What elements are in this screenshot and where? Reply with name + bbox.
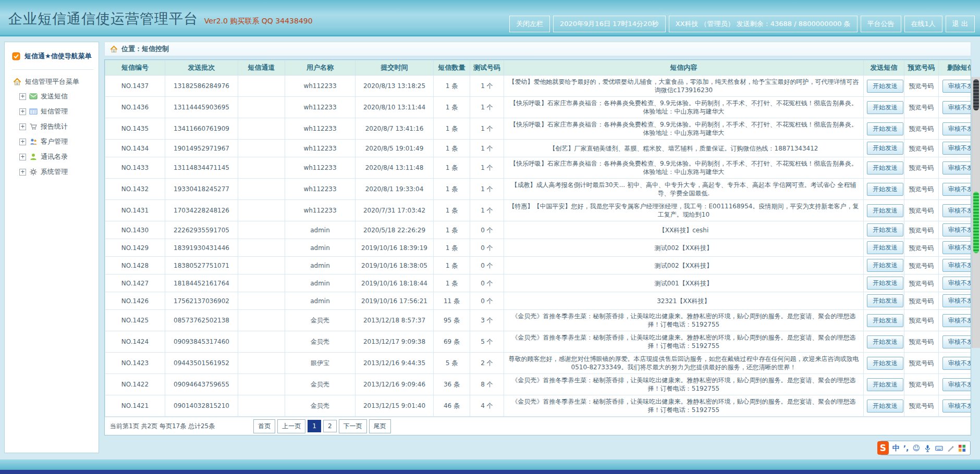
sidebar-item-customer-manage[interactable]: + 客户管理 — [19, 137, 99, 146]
start-send-button[interactable]: 开始发送 — [867, 277, 903, 290]
emoji-icon[interactable]: ☺ — [912, 441, 920, 455]
start-send-button[interactable]: 开始发送 — [867, 142, 903, 155]
sidebar-item-contacts[interactable]: + 通讯名录 — [19, 152, 99, 161]
logout-button[interactable]: 退 出 — [946, 16, 975, 32]
preview-numbers-link[interactable]: 预览号码 — [904, 310, 939, 331]
online-users-button[interactable]: 在线1人 — [904, 16, 942, 32]
scrollbar-thumb-dark[interactable] — [973, 79, 979, 110]
start-send-button[interactable]: 开始发送 — [867, 101, 903, 114]
preview-numbers-link[interactable]: 预览号码 — [904, 179, 939, 200]
preview-numbers-link[interactable]: 预览号码 — [904, 140, 939, 157]
cell-test-numbers[interactable]: 1 个 — [470, 179, 504, 200]
start-send-button[interactable]: 开始发送 — [867, 161, 903, 174]
start-send-button[interactable]: 开始发送 — [867, 122, 903, 135]
start-send-button[interactable]: 开始发送 — [867, 80, 903, 93]
reject-send-button[interactable]: 审核不发 — [942, 335, 971, 348]
next-page-button[interactable]: 下一页 — [339, 419, 367, 433]
reject-send-button[interactable]: 审核不发 — [942, 161, 971, 174]
platform-announcement-button[interactable]: 平台公告 — [861, 16, 901, 32]
vertical-scrollbar[interactable] — [972, 77, 980, 348]
cell-test-numbers[interactable]: 1 个 — [470, 76, 504, 97]
page-button-2[interactable]: 2 — [323, 420, 337, 432]
start-send-button[interactable]: 开始发送 — [867, 335, 903, 348]
last-page-button[interactable]: 尾页 — [369, 419, 391, 433]
preview-numbers-link[interactable]: 预览号码 — [904, 157, 939, 179]
reject-send-button[interactable]: 审核不发 — [942, 241, 971, 254]
preview-numbers-link[interactable]: 预览号码 — [904, 395, 939, 417]
preview-numbers-link[interactable]: 预览号码 — [904, 97, 939, 118]
preview-numbers-link[interactable]: 预览号码 — [904, 292, 939, 310]
cell-test-numbers[interactable]: 4 个 — [470, 395, 504, 417]
preview-numbers-link[interactable]: 预览号码 — [904, 118, 939, 140]
expand-plus-icon[interactable]: + — [19, 154, 26, 160]
preview-numbers-link[interactable]: 预览号码 — [904, 374, 939, 395]
prev-page-button[interactable]: 上一页 — [277, 419, 305, 433]
cell-test-numbers[interactable]: 1 个 — [470, 157, 504, 179]
cell-test-numbers[interactable]: 5 个 — [470, 331, 504, 353]
reject-send-button[interactable]: 审核不发 — [942, 142, 971, 155]
punctuation-icon[interactable]: ’, — [903, 441, 909, 455]
preview-numbers-link[interactable]: 预览号码 — [904, 239, 939, 257]
voice-icon[interactable] — [924, 444, 932, 452]
start-send-button[interactable]: 开始发送 — [867, 259, 903, 272]
reject-send-button[interactable]: 审核不发 — [942, 357, 971, 370]
expand-plus-icon[interactable]: + — [19, 169, 26, 176]
preview-numbers-link[interactable]: 预览号码 — [904, 275, 939, 292]
cell-test-numbers[interactable]: 2 个 — [470, 353, 504, 374]
reject-send-button[interactable]: 审核不发 — [942, 101, 971, 114]
chinese-mode-icon[interactable]: 中 — [892, 441, 900, 455]
cell-test-numbers[interactable]: 1 个 — [470, 140, 504, 157]
handwriting-icon[interactable] — [947, 444, 954, 452]
preview-numbers-link[interactable]: 预览号码 — [904, 353, 939, 374]
cell-test-numbers[interactable]: 8 个 — [470, 374, 504, 395]
preview-numbers-link[interactable]: 预览号码 — [904, 257, 939, 275]
start-send-button[interactable]: 开始发送 — [867, 183, 903, 196]
sidebar-item-send-sms[interactable]: + 发送短信 — [19, 92, 99, 101]
reject-send-button[interactable]: 审核不发 — [942, 294, 971, 307]
start-send-button[interactable]: 开始发送 — [867, 241, 903, 254]
preview-numbers-link[interactable]: 预览号码 — [904, 221, 939, 239]
start-send-button[interactable]: 开始发送 — [867, 204, 903, 217]
scrollbar-thumb-green[interactable] — [973, 192, 979, 253]
reject-send-button[interactable]: 审核不发 — [942, 378, 971, 391]
sogou-logo[interactable]: S — [877, 441, 889, 455]
reject-send-button[interactable]: 审核不发 — [942, 277, 971, 290]
reject-send-button[interactable]: 审核不发 — [942, 400, 971, 413]
start-send-button[interactable]: 开始发送 — [867, 223, 903, 236]
cell-test-numbers[interactable]: 0 个 — [470, 292, 504, 310]
preview-numbers-link[interactable]: 预览号码 — [904, 76, 939, 97]
reject-send-button[interactable]: 审核不发 — [942, 122, 971, 135]
page-button-1[interactable]: 1 — [308, 420, 321, 432]
first-page-button[interactable]: 首页 — [253, 419, 275, 433]
cell-test-numbers[interactable]: 1 个 — [470, 200, 504, 221]
toolbox-icon[interactable] — [958, 444, 966, 452]
start-send-button[interactable]: 开始发送 — [867, 357, 903, 370]
preview-numbers-link[interactable]: 预览号码 — [904, 331, 939, 353]
cell-test-numbers[interactable]: 0 个 — [470, 275, 504, 292]
cell-test-numbers[interactable]: 0 个 — [470, 239, 504, 257]
cell-test-numbers[interactable]: 1 个 — [470, 97, 504, 118]
expand-plus-icon[interactable]: + — [19, 123, 26, 130]
cell-test-numbers[interactable]: 0 个 — [470, 257, 504, 275]
start-send-button[interactable]: 开始发送 — [867, 294, 903, 307]
start-send-button[interactable]: 开始发送 — [867, 400, 903, 413]
sidebar-item-system-manage[interactable]: + 系统管理 — [19, 167, 99, 177]
reject-send-button[interactable]: 审核不发 — [942, 183, 971, 196]
close-left-panel-button[interactable]: 关闭左栏 — [509, 16, 550, 32]
expand-plus-icon[interactable]: + — [19, 139, 26, 145]
sidebar-item-sms-manage[interactable]: + 短信管理 — [19, 107, 99, 116]
expand-plus-icon[interactable]: + — [19, 108, 26, 115]
reject-send-button[interactable]: 审核不发 — [942, 223, 971, 236]
sidebar-item-report-stats[interactable]: + 报告统计 — [19, 122, 99, 131]
reject-send-button[interactable]: 审核不发 — [942, 259, 971, 272]
cell-test-numbers[interactable]: 1 个 — [470, 118, 504, 140]
sidebar-root-menu[interactable]: 短信管理平台菜单 — [13, 77, 99, 86]
cell-test-numbers[interactable]: 0 个 — [470, 221, 504, 239]
cell-test-numbers[interactable]: 3 个 — [470, 310, 504, 331]
reject-send-button[interactable]: 审核不发 — [942, 80, 971, 93]
reject-send-button[interactable]: 审核不发 — [942, 204, 971, 217]
reject-send-button[interactable]: 审核不发 — [942, 314, 971, 327]
preview-numbers-link[interactable]: 预览号码 — [904, 200, 939, 221]
expand-plus-icon[interactable]: + — [19, 93, 26, 100]
keyboard-icon[interactable] — [935, 444, 943, 452]
